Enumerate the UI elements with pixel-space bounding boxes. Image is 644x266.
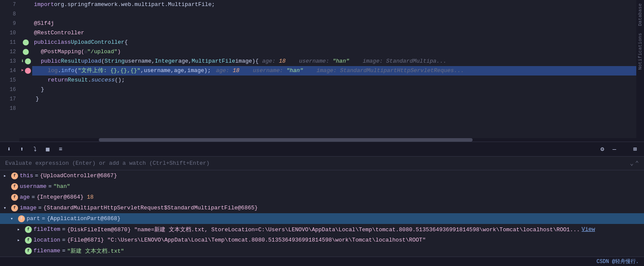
var-row-filename[interactable]: f filename = "新建 文本文档.txt" <box>0 245 644 256</box>
var-name-age: age <box>20 194 30 200</box>
sidebar-tab-database[interactable]: Database <box>637 0 644 30</box>
code-line-13: public Result upload ( String username, … <box>32 57 644 66</box>
var-name-fileitem: fileItem <box>34 226 60 233</box>
var-name-username: username <box>20 183 46 190</box>
list-icon[interactable]: ≡ <box>56 145 65 154</box>
var-icon-location: f <box>25 237 32 244</box>
var-val-fileitem: {DiskFileItem@6870} "name=新建 文本文档.txt, S… <box>67 226 580 233</box>
eval-placeholder: Evaluate expression (Enter) or add a wat… <box>5 160 210 166</box>
settings-icon[interactable]: ⚙ <box>598 145 607 154</box>
upload-icon[interactable]: ⬆ <box>17 145 27 154</box>
var-val-location: {File@6871} "C:\Users\LENOVO\AppData\Loc… <box>67 237 426 243</box>
eval-bar-right: ⌄ ⌃ <box>630 160 639 167</box>
line-numbers: 7 8 9 10 11 12 13 14 15 16 17 18 <box>0 0 19 142</box>
var-icon-this: f <box>11 172 18 179</box>
code-line-10: @RestController <box>32 28 644 38</box>
var-row-location[interactable]: ▸ f location = {File@6871} "C:\Users\LEN… <box>0 235 644 245</box>
variables-panel: ▸ f this = {UploadController@6867} f use… <box>0 170 644 257</box>
var-icon-age: f <box>11 194 18 201</box>
var-val-this: {UploadController@6867} <box>40 172 117 179</box>
code-line-9: @Slf4j <box>32 19 644 28</box>
breakpoint-icon[interactable] <box>25 68 31 74</box>
var-name-filename: filename <box>34 248 60 254</box>
eval-expand-icon[interactable]: ⌃ <box>635 160 639 167</box>
eval-bar: Evaluate expression (Enter) or add a wat… <box>0 157 644 170</box>
var-row-fileitem[interactable]: ▸ f fileItem = {DiskFileItem@6870} "name… <box>0 224 644 235</box>
current-line-icon: ➤ <box>21 66 24 76</box>
var-icon-fileitem: f <box>25 226 32 233</box>
code-line-7: import org.springframework.web.multipart… <box>32 0 644 9</box>
editor-area: 7 8 9 10 11 12 13 14 15 16 17 18 ⬇ ➤ <box>0 0 644 142</box>
var-val-image: {StandardMultipartHttpServletRequest$Sta… <box>43 205 258 211</box>
minimize-icon[interactable]: — <box>610 145 619 154</box>
code-scrollbar[interactable] <box>19 138 636 142</box>
code-lines: import org.springframework.web.multipart… <box>32 0 644 142</box>
code-line-18 <box>32 104 644 113</box>
table-icon[interactable]: ▦ <box>43 145 52 154</box>
sidebar-tab-notifications[interactable]: Notifications <box>637 30 644 73</box>
breakpoint-icon[interactable] <box>25 58 31 64</box>
expand-icon-fileitem: ▸ <box>17 227 24 232</box>
var-icon-part: f <box>18 215 25 222</box>
var-icon-image: f <box>11 205 18 212</box>
no-expand-icon-filename <box>17 248 24 254</box>
view-link-fileitem[interactable]: View <box>582 226 595 233</box>
var-row-this[interactable]: ▸ f this = {UploadController@6867} <box>0 170 644 181</box>
step-into-icon[interactable]: ⤵ <box>30 145 40 154</box>
toolbar-right: ⚙ — ⊞ <box>598 145 640 154</box>
var-icon-username: f <box>11 183 18 190</box>
status-right: CSDN @轻舟慢行. <box>597 258 639 265</box>
expand-icon-location: ▸ <box>17 237 24 243</box>
var-name-image: image <box>20 205 37 211</box>
code-line-14: log . info ( "文件上传: {},{},{}" ,username,… <box>32 66 644 76</box>
debug-panel: ⬇ ⬆ ⤵ ▦ ≡ ⚙ — ⊞ Evaluate expression (Ent… <box>0 142 644 266</box>
code-line-16: } <box>32 85 644 94</box>
code-line-15: return Result . success (); <box>32 76 644 85</box>
no-expand-icon <box>3 195 10 200</box>
expand-icon-part: ▾ <box>10 216 17 221</box>
download-icon[interactable]: ⬇ <box>4 145 14 154</box>
eval-down-icon[interactable]: ⌄ <box>630 160 633 167</box>
layout-icon[interactable]: ⊞ <box>630 145 640 154</box>
expand-icon: ▾ <box>3 205 10 211</box>
var-name-location: location <box>34 237 60 243</box>
var-val-username: "han" <box>53 183 70 190</box>
var-icon-filename: f <box>25 248 32 254</box>
status-bar: CSDN @轻舟慢行. <box>0 257 644 266</box>
var-row-part[interactable]: ▾ f part = {ApplicationPart@6868} <box>0 213 644 224</box>
gutter: ⬇ ➤ <box>19 0 32 142</box>
no-expand-icon <box>3 184 10 189</box>
right-sidebar: Database Notifications <box>636 0 644 142</box>
var-name-this: this <box>20 172 33 179</box>
var-val-age: {Integer@6864} 18 <box>37 194 94 200</box>
code-line-11: public class UploadController { <box>32 38 644 47</box>
var-val-part: {ApplicationPart@6868} <box>47 215 121 222</box>
var-row-username[interactable]: f username = "han" <box>0 181 644 192</box>
debug-toolbar: ⬇ ⬆ ⤵ ▦ ≡ ⚙ — ⊞ <box>0 142 644 157</box>
var-name-part: part <box>27 215 40 222</box>
collapse-icon: ▸ <box>3 173 10 178</box>
var-val-filename: "新建 文本文档.txt" <box>67 247 124 255</box>
breakpoint-icon[interactable] <box>23 39 29 45</box>
breakpoint-icon[interactable] <box>23 49 29 55</box>
arrow-indicator-icon: ⬇ <box>21 57 24 66</box>
code-line-17: } <box>32 94 644 104</box>
scrollbar-thumb[interactable] <box>99 138 473 142</box>
var-row-image[interactable]: ▾ f image = {StandardMultipartHttpServle… <box>0 203 644 213</box>
var-row-age[interactable]: f age = {Integer@6864} 18 <box>0 192 644 203</box>
code-line-8 <box>32 9 644 19</box>
code-line-12: @PostMapping( ☉ "/upload" ) <box>32 47 644 57</box>
